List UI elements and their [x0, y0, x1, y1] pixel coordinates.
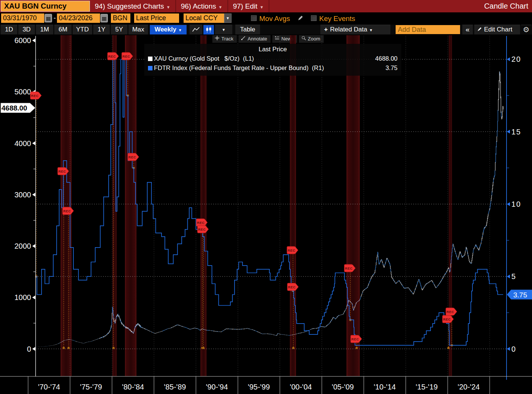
calendar-icon[interactable]: [100, 14, 108, 22]
chart-legend: Last Price XAU Curncy (Gold Spot $/Oz) (…: [144, 44, 401, 76]
event-dot-icon: [356, 347, 358, 349]
x-axis-tick-label: '70-'74: [38, 383, 60, 391]
key-events-checkbox[interactable]: [311, 15, 317, 21]
price-field-selector[interactable]: Last Price: [134, 13, 179, 23]
chart-style-dropdown[interactable]: ▼: [215, 25, 232, 34]
rec-event-badge[interactable]: REC: [128, 153, 139, 161]
x-axis-tick-label: '75-'79: [80, 383, 102, 391]
right-axis-tick-label: 10: [511, 200, 521, 208]
svg-text:REC: REC: [447, 310, 454, 314]
xau-swatch-icon: [148, 57, 152, 61]
periodicity-dropdown[interactable]: Weekly▼: [150, 25, 187, 34]
calendar-icon[interactable]: [45, 14, 52, 22]
add-data-input[interactable]: [396, 25, 460, 34]
rec-event-badge[interactable]: REC: [351, 335, 362, 343]
right-axis-tick-label: 5: [511, 272, 516, 281]
mov-avgs-checkbox[interactable]: [251, 15, 257, 21]
rec-event-badge[interactable]: REC: [197, 225, 209, 233]
x-axis-tick-label: '05-'09: [332, 383, 354, 391]
range-tab-1m[interactable]: 1M: [36, 25, 53, 34]
left-axis-tick-label: 1000: [15, 293, 31, 301]
line-chart-icon[interactable]: [190, 25, 202, 34]
right-axis-tick-label: 0: [511, 345, 516, 353]
legend-row-xau[interactable]: XAU Curncy (Gold Spot $/Oz) (L1) 4688.00: [148, 54, 398, 63]
menu-actions[interactable]: 96) Actions▼: [176, 0, 228, 12]
pricing-source-field[interactable]: BGN: [111, 13, 130, 23]
range-tab-6m[interactable]: 6M: [54, 25, 72, 34]
date-to-field[interactable]: 04/23/2026: [57, 13, 100, 23]
field-controls-bar: 03/31/1970 - 04/23/2026 BGN Last Price L…: [0, 12, 532, 25]
range-tab-1y[interactable]: 1Y: [93, 25, 110, 34]
x-axis-tick-label: '85-'89: [164, 383, 186, 391]
range-tab-5y[interactable]: 5Y: [111, 25, 127, 34]
svg-text:REC: REC: [58, 170, 66, 173]
svg-text:REC: REC: [197, 221, 205, 225]
x-axis-tick-label: '10-'14: [374, 383, 396, 391]
date-from-field[interactable]: 03/31/1970: [1, 13, 44, 23]
mov-avgs-label[interactable]: Mov Avgs: [259, 13, 290, 24]
collapse-panel-button[interactable]: «: [462, 25, 473, 34]
chart-type-title: Candle Chart: [484, 0, 528, 12]
svg-text:REC: REC: [351, 337, 359, 341]
svg-text:REC: REC: [198, 228, 206, 231]
chevron-down-icon: ▼: [260, 5, 264, 9]
rec-event-badge[interactable]: REC: [63, 207, 74, 215]
rec-event-badge[interactable]: REC: [30, 92, 42, 99]
recession-band: [200, 35, 206, 376]
svg-text:REC: REC: [288, 285, 296, 289]
chevron-down-icon: ▼: [178, 28, 182, 32]
pencil-icon[interactable]: [297, 15, 304, 23]
key-events-label[interactable]: Key Events: [319, 13, 355, 24]
range-tab-3d[interactable]: 3D: [18, 25, 35, 34]
svg-text:REC: REC: [63, 209, 71, 213]
table-button[interactable]: Table: [235, 25, 260, 34]
legend-value-fdtr: 3.75: [386, 64, 398, 72]
related-data-button[interactable]: +Related Data▼: [320, 25, 390, 34]
candle-chart-icon[interactable]: [203, 25, 214, 34]
range-tab-1d[interactable]: 1D: [1, 25, 17, 34]
event-dot-icon: [112, 347, 115, 349]
rec-event-badge[interactable]: REC: [446, 308, 457, 315]
range-tab-ytd[interactable]: YTD: [73, 25, 92, 34]
recession-band: [347, 35, 360, 376]
menu-suggested-charts[interactable]: 94) Suggested Charts▼: [90, 0, 176, 12]
last-rate-tag-right: 3.75: [507, 290, 532, 300]
left-axis-tick-label: 4000: [15, 139, 31, 148]
left-axis-tick-label: 0: [27, 345, 31, 353]
axes: 010002000300040005000600005101520: [15, 36, 522, 380]
x-axis-tick-label: '80-'84: [122, 383, 144, 391]
price-chart[interactable]: 010002000300040005000600005101520'70-'74…: [0, 34, 532, 394]
x-axis-tick-label: '00-'04: [290, 383, 312, 391]
range-tab-max[interactable]: Max: [129, 25, 148, 34]
event-dot-icon: [63, 347, 65, 349]
edit-chart-button[interactable]: Edit Chart: [474, 25, 520, 34]
svg-text:4688.00: 4688.00: [1, 104, 27, 112]
legend-row-fdtr[interactable]: FDTR Index (Federal Funds Target Rate - …: [148, 63, 398, 73]
gear-icon[interactable]: ⚙: [521, 25, 531, 34]
plus-icon: +: [324, 26, 328, 33]
chevron-down-icon[interactable]: ▼: [224, 13, 232, 23]
svg-text:REC: REC: [108, 55, 116, 58]
legend-name-fdtr: FDTR Index (Federal Funds Target Rate - …: [154, 64, 324, 72]
menu-edit[interactable]: 97) Edit▼: [228, 0, 269, 12]
recession-band: [290, 35, 296, 376]
currency-selector[interactable]: Local CCY: [184, 13, 224, 23]
rec-event-badge[interactable]: REC: [287, 246, 298, 254]
svg-text:REC: REC: [129, 155, 136, 159]
pencil-icon: [477, 26, 482, 33]
svg-text:3.75: 3.75: [513, 291, 527, 299]
chart-toolbar: 1D 3D 1M 6M YTD 1Y 5Y Max Weekly▼ ▼ Tabl…: [0, 25, 532, 34]
gold-price-series: [36, 72, 503, 347]
rec-event-badge[interactable]: REC: [108, 52, 119, 60]
security-ticker-box[interactable]: XAU BGN Curncy: [1, 1, 90, 12]
menu-group: 94) Suggested Charts▼ 96) Actions▼ 97) E…: [90, 0, 269, 12]
left-axis-tick-label: 5000: [15, 88, 31, 96]
svg-text:REC: REC: [443, 318, 451, 321]
right-axis-tick-label: 15: [511, 128, 521, 136]
fed-funds-series: [36, 59, 503, 345]
event-dot-icon: [67, 347, 70, 349]
left-axis-tick-label: 2000: [15, 242, 31, 250]
svg-text:REC: REC: [123, 55, 130, 58]
svg-text:REC: REC: [288, 249, 296, 252]
rec-event-badge[interactable]: REC: [287, 283, 299, 291]
